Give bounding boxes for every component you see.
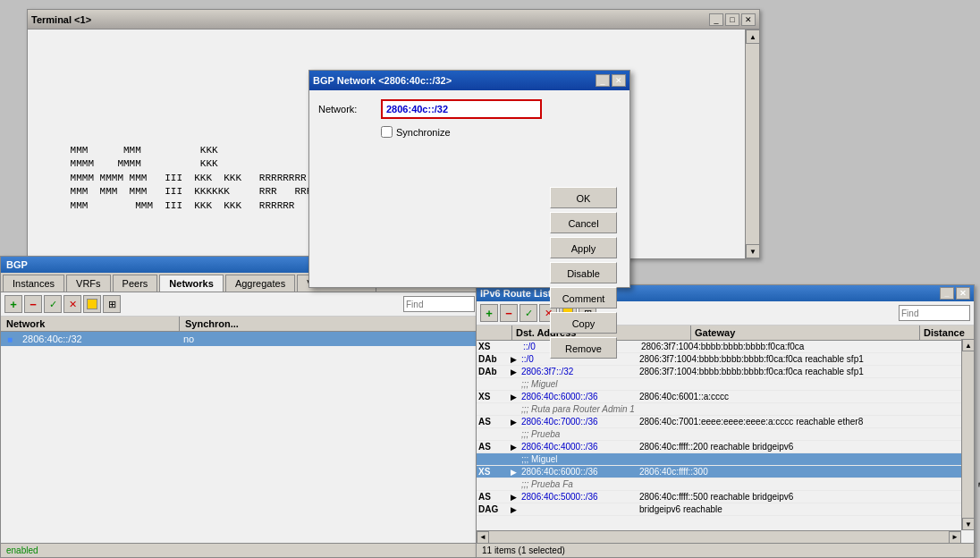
ipv6-panel-title: IPv6 Route List [480,288,551,299]
vscroll-up-btn[interactable]: ▲ [962,339,975,351]
ipv6-close-btn[interactable]: ✕ [956,287,970,300]
bgp-toolbar: + − ✓ ✕ ⊞ [1,292,478,317]
yellow-sq-btn[interactable] [83,295,101,313]
terminal-maximize-btn[interactable]: □ [725,13,739,26]
network-row: Network: [318,99,621,119]
x-btn[interactable]: ✕ [63,295,81,313]
copy-button[interactable]: Copy [550,312,617,334]
terminal-win-controls: _ □ ✕ [709,13,756,26]
route-type-6: AS [477,442,511,452]
tab-aggregates[interactable]: Aggregates [225,275,295,292]
comment-text-pruebafa: ;;; Prueba Fa [521,479,573,489]
tab-networks[interactable]: Networks [159,275,224,292]
terminal-minimize-btn[interactable]: _ [709,13,723,26]
remove-btn[interactable]: − [24,295,42,313]
route-gw-3: 2806:3f7:1004:bbbb:bbbb:bbbb:f0ca:f0ca r… [636,367,920,376]
tab-instances[interactable]: Instances [3,275,64,292]
dialog-buttons: OK Cancel Apply Disable Comment Copy Rem… [550,187,617,359]
synchronize-row: Synchronize [318,126,621,138]
route-type-9: DAG [477,504,511,514]
ipv6-minimize-btn[interactable]: _ [940,287,954,300]
route-row-9[interactable]: DAG ▶ bridgeipv6 reachable [477,503,974,516]
route-row-6[interactable]: AS ▶ 2806:40c:4000::/36 2806:40c:ffff::2… [477,441,974,453]
comment-text-prueba: ;;; Prueba [521,429,560,439]
ipv6-col-type-header [477,326,512,340]
route-type-4: XS [477,392,511,402]
ipv6-status-text: 11 items (1 selected) [482,545,565,555]
route-gw-7: 2806:40c:ffff::300 [636,467,920,477]
cancel-button[interactable]: Cancel [550,212,617,233]
bgp-row-sync: no [180,334,269,344]
comment-button[interactable]: Comment [550,287,617,309]
route-row-5[interactable]: AS ▶ 2806:40c:7000::/36 2806:40c:7001:ee… [477,416,974,428]
comment-row-miguel2: ;;; Miguel [477,453,974,466]
hscroll-track [489,531,949,544]
network-label: Network: [318,104,381,114]
route-dst-7: 2806:40c:6000::/36 [520,467,636,477]
route-arrow-5: ▶ [511,418,520,427]
terminal-title: Terminal <1> [31,14,91,25]
route-type-8: AS [477,492,511,502]
bgp-panel-title: BGP [6,259,28,270]
hscroll-left-btn[interactable]: ◄ [477,531,489,544]
route-row-8[interactable]: AS ▶ 2806:40c:5000::/36 2806:40c:ffff::5… [477,491,974,503]
route-arrow-2: ▶ [511,355,520,364]
ipv6-find-input[interactable] [899,305,970,321]
scrollbar-up-btn[interactable]: ▲ [746,30,759,44]
bgp-dialog-close-btn[interactable]: ✕ [612,74,626,87]
route-dst-8: 2806:40c:5000::/36 [520,492,636,502]
ipv6-route-table: XS ::/0 2806:3f7:1004:bbbb:bbbb:bbbb:f0c… [477,341,974,537]
route-arrow-8: ▶ [511,493,520,502]
synchronize-label: Synchronize [396,127,451,138]
mouse-cursor-icon: ↖ [976,478,980,495]
tab-vrfs[interactable]: VRFs [66,275,111,292]
ipv6-col-dist-header: Distance [920,326,974,340]
comment-row-miguel1: ;;; Miguel [477,378,974,391]
synchronize-checkbox[interactable] [381,126,393,138]
scrollbar-down-btn[interactable]: ▼ [746,244,759,258]
bgp-dialog-content: Network: Synchronize OK Cancel Apply Dis… [309,90,629,287]
route-gw-5: 2806:40c:7001:eeee:eeee:eeee:a:cccc reac… [636,417,920,427]
route-row-3[interactable]: DAb ▶ 2806:3f7::/32 2806:3f7:1004:bbbb:b… [477,366,974,378]
route-arrow-7: ▶ [511,468,520,477]
route-type-3: DAb [477,367,511,376]
check-btn[interactable]: ✓ [44,295,62,313]
ipv6-vscrollbar[interactable]: ▲ ▼ ↖ [961,339,974,530]
apply-button[interactable]: Apply [550,237,617,258]
route-dst-3: 2806:3f7::/32 [520,367,636,376]
ipv6-add-btn[interactable]: + [480,304,498,322]
bgp-col-sync-header: Synchron... [180,317,269,331]
bgp-find-input[interactable] [403,296,475,312]
ipv6-remove-btn[interactable]: − [500,304,518,322]
comment-row-prueba: ;;; Prueba [477,428,974,441]
terminal-titlebar: Terminal <1> _ □ ✕ [28,10,759,30]
route-type-1: XS [477,342,511,351]
ipv6-check-btn[interactable]: ✓ [520,304,537,322]
route-gw-9: bridgeipv6 reachable [636,504,920,514]
network-input[interactable] [381,99,542,119]
route-row-4[interactable]: XS ▶ 2806:40c:6000::/36 2806:40c:6001::a… [477,391,974,403]
hscroll-right-btn[interactable]: ► [949,531,961,544]
route-type-2: DAb [477,354,511,364]
terminal-close-btn[interactable]: ✕ [741,13,756,26]
ok-button[interactable]: OK [550,187,617,208]
bgp-network-dialog: BGP Network <2806:40c::/32> _ ✕ Network:… [308,70,630,288]
bgp-dialog-titlebar: BGP Network <2806:40c::/32> _ ✕ [309,71,629,90]
route-arrow-3: ▶ [511,368,520,376]
add-btn[interactable]: + [4,295,22,313]
filter-btn[interactable]: ⊞ [103,295,121,313]
disable-button[interactable]: Disable [550,262,617,283]
route-arrow-9: ▶ [511,505,520,514]
vscroll-down-btn[interactable]: ▼ [962,518,975,530]
comment-text-ruta: ;;; Ruta para Router Admin 1 [521,404,635,414]
bgp-dialog-minimize-btn[interactable]: _ [596,74,610,87]
comment-text-miguel1: ;;; Miguel [521,379,558,389]
terminal-scrollbar[interactable]: ▲ ▼ [745,30,759,258]
remove-button[interactable]: Remove [550,337,617,359]
tab-peers[interactable]: Peers [113,275,158,292]
ipv6-hscrollbar[interactable]: ◄ ► [477,530,961,543]
ipv6-status: 11 items (1 selected) [477,543,974,557]
bgp-table-row[interactable]: ■ 2806:40c::/32 no [1,332,478,346]
route-row-7-highlighted[interactable]: XS ▶ 2806:40c:6000::/36 2806:40c:ffff::3… [477,466,974,478]
route-dst-4: 2806:40c:6000::/36 [520,392,636,402]
